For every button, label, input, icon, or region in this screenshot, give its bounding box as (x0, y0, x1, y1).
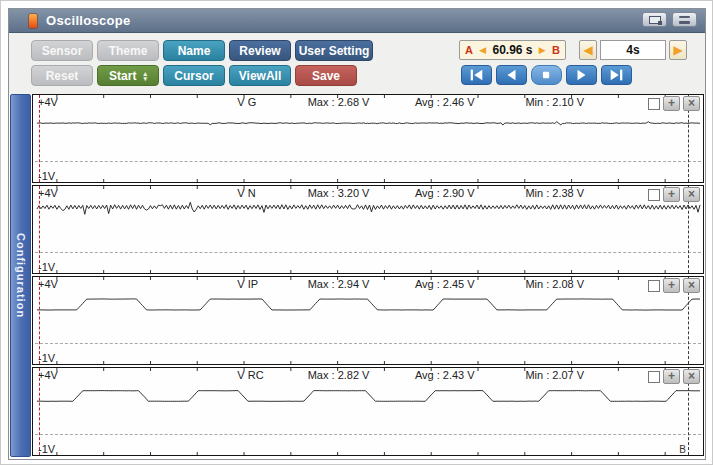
scope-area: Configuration +4V -1V V G Max : 2.68 V A… (9, 94, 705, 459)
channel-max-value: Max : 2.68 V (308, 96, 370, 108)
channel-add-button[interactable]: + (663, 278, 680, 293)
transport-controls (461, 65, 632, 85)
right-arrow-icon: ▶ (673, 43, 682, 57)
play-icon (573, 66, 590, 84)
sensor-button[interactable]: Sensor (31, 40, 93, 61)
viewall-button[interactable]: ViewAll (229, 65, 291, 86)
waveform-plot (33, 186, 703, 273)
cursor-a-line[interactable] (39, 95, 40, 182)
waveform-plot (33, 95, 703, 182)
configuration-tab-label: Configuration (15, 233, 27, 318)
configuration-tab[interactable]: Configuration (10, 94, 31, 457)
review-button[interactable]: Review (229, 40, 291, 61)
window-title: Oscilloscope (46, 13, 131, 28)
channel-add-button[interactable]: + (663, 187, 680, 202)
skip-start-icon (468, 66, 485, 84)
stop-icon (538, 66, 555, 84)
cursor-a-line[interactable] (39, 368, 40, 455)
save-button[interactable]: Save (295, 65, 357, 86)
channel-min-value: Min : 2.07 V (525, 369, 584, 381)
skip-start-button[interactable] (461, 65, 492, 85)
channel-select-checkbox[interactable] (648, 98, 660, 110)
bottom-voltage-label: -1V (38, 352, 55, 364)
theme-button[interactable]: Theme (97, 40, 159, 61)
skip-end-button[interactable] (601, 65, 632, 85)
a-left-arrow-icon[interactable]: ◀ (479, 45, 486, 55)
reset-button[interactable]: Reset (31, 65, 93, 86)
start-button-label: Start (109, 69, 136, 83)
name-button[interactable]: Name (163, 40, 225, 61)
channel-max-value: Max : 2.94 V (308, 278, 370, 290)
b-right-arrow-icon[interactable]: ▶ (539, 45, 546, 55)
monitor-capture-icon (649, 16, 661, 24)
channel-min-value: Min : 2.38 V (525, 187, 584, 199)
channel-min-value: Min : 2.10 V (525, 96, 584, 108)
zero-volt-gridline (35, 434, 701, 435)
cursor-a-line[interactable] (39, 277, 40, 364)
timebase-value[interactable]: 4s (600, 40, 666, 60)
oscilloscope-window: Oscilloscope Sensor Theme Name Review Us… (8, 8, 706, 460)
bottom-voltage-label: -1V (38, 261, 55, 273)
channel-name: V RC (237, 369, 263, 381)
channel-add-button[interactable]: + (663, 96, 680, 111)
waveform-plot (33, 368, 703, 455)
channel-max-value: Max : 2.82 V (308, 369, 370, 381)
channel-name: V G (237, 96, 256, 108)
user-setting-button[interactable]: User Setting (295, 40, 373, 61)
zero-volt-gridline (35, 252, 701, 253)
channel-select-checkbox[interactable] (648, 189, 660, 201)
skip-end-icon (608, 66, 625, 84)
zero-volt-gridline (35, 343, 701, 344)
capture-window-button[interactable] (642, 12, 667, 27)
channel-name: V N (237, 187, 255, 199)
channel-min-value: Min : 2.08 V (525, 278, 584, 290)
app-icon (29, 14, 37, 28)
channel-panel-vn: +4V -1V V N Max : 3.20 V Avg : 2.90 V Mi… (32, 185, 704, 274)
channel-name: V IP (237, 278, 258, 290)
zero-volt-gridline (35, 161, 701, 162)
top-voltage-label: +4V (38, 278, 58, 290)
top-voltage-label: +4V (38, 187, 58, 199)
channel-avg-value: Avg : 2.45 V (415, 278, 475, 290)
start-button[interactable]: Start ▴▾ (97, 65, 159, 86)
channel-close-button[interactable]: × (683, 278, 700, 293)
step-back-icon (503, 66, 520, 84)
channel-panel-vg: +4V -1V V G Max : 2.68 V Avg : 2.46 V Mi… (32, 94, 704, 183)
layout-bars-icon (679, 16, 690, 24)
cursor-button[interactable]: Cursor (163, 65, 225, 86)
channel-select-checkbox[interactable] (648, 280, 660, 292)
channel-close-button[interactable]: × (683, 369, 700, 384)
channel-select-checkbox[interactable] (648, 371, 660, 383)
channel-close-button[interactable]: × (683, 96, 700, 111)
cursor-b-label: B (552, 44, 560, 56)
channel-avg-value: Avg : 2.43 V (415, 369, 475, 381)
top-voltage-label: +4V (38, 96, 58, 108)
ab-delta-time: 60.96 s (492, 43, 532, 57)
left-arrow-icon: ◀ (583, 43, 592, 57)
stop-button[interactable] (531, 65, 562, 85)
play-button[interactable] (566, 65, 597, 85)
cursor-a-label: A (465, 44, 473, 56)
channel-avg-value: Avg : 2.46 V (415, 96, 475, 108)
channel-panel-vip: +4V -1V V IP Max : 2.94 V Avg : 2.45 V M… (32, 276, 704, 365)
ab-time-readout: A ◀ 60.96 s ▶ B (459, 40, 566, 60)
cursor-b-marker-label: B (679, 444, 686, 455)
step-back-button[interactable] (496, 65, 527, 85)
title-bar[interactable]: Oscilloscope (9, 9, 705, 33)
top-voltage-label: +4V (38, 369, 58, 381)
channel-add-button[interactable]: + (663, 369, 680, 384)
bottom-voltage-label: -1V (38, 443, 55, 455)
channel-max-value: Max : 3.20 V (308, 187, 370, 199)
cursor-a-line[interactable] (39, 186, 40, 273)
channel-close-button[interactable]: × (683, 187, 700, 202)
layout-button[interactable] (672, 12, 697, 27)
timebase-decrease-button[interactable]: ◀ (579, 40, 597, 60)
start-spinner-icon: ▴▾ (143, 71, 147, 81)
channel-avg-value: Avg : 2.90 V (415, 187, 475, 199)
bottom-voltage-label: -1V (38, 170, 55, 182)
channel-panel-vrc: +4V -1V V RC Max : 2.82 V Avg : 2.43 V M… (32, 367, 704, 456)
timebase-increase-button[interactable]: ▶ (669, 40, 687, 60)
waveform-plot (33, 277, 703, 364)
